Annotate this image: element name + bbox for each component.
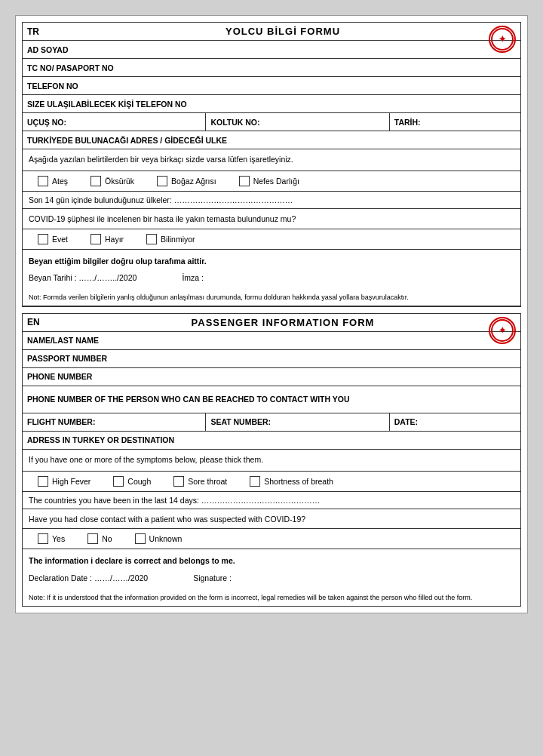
tr-section: TR YOLCU BİLGİ FORMU ✦ AD SOYAD TC NO/ P…	[22, 22, 521, 307]
tr-flight-row: UÇUŞ NO: KOLTUK NO: TARİH:	[23, 113, 520, 131]
tr-bilinmiyor-label: Bilinmiyor	[161, 235, 195, 244]
en-covid-options: Yes No Unknown	[23, 529, 520, 549]
en-symptoms-intro: If you have one or more of the symptoms …	[29, 455, 263, 464]
tr-logo: ✦	[489, 26, 516, 53]
tr-declaration-block: Beyan ettiğim bilgiler doğru olup tarafı…	[23, 250, 520, 290]
en-yes-label: Yes	[52, 534, 65, 543]
tr-nefes-checkbox[interactable]	[239, 176, 250, 186]
tr-covid-question-block: COVID-19 şüphesi ile incelenen bir hasta…	[23, 209, 520, 229]
tr-evet-item: Evet	[38, 234, 68, 244]
en-section: EN PASSENGER INFORMATION FORM ✦ NAME/LAS…	[22, 313, 521, 607]
en-countries-row: The countries you have been in the last …	[23, 492, 520, 509]
en-shortness-checkbox[interactable]	[250, 476, 260, 487]
en-passport-row: PASSPORT NUMBER	[23, 350, 520, 368]
tr-adres-cell: TURKİYEDE BULUNACAĞI ADRES / GİDECEĞİ UL…	[23, 131, 520, 149]
en-contact-row: PHONE NUMBER OF THE PERSON WHO CAN BE RE…	[23, 386, 520, 413]
tr-symptoms-intro-block: Aşağıda yazılan belirtilerden bir veya b…	[23, 149, 520, 171]
tr-bogaz-checkbox[interactable]	[157, 176, 167, 186]
en-yes-checkbox[interactable]	[38, 533, 48, 544]
tr-hayir-item: Hayır	[90, 234, 124, 244]
tr-telefon-cell: TELEFON NO	[23, 77, 520, 94]
tr-tarih-label: TARİH:	[394, 118, 421, 127]
en-declaration-text: The information i declare is correct and…	[29, 554, 514, 568]
tr-covid-options: Evet Hayır Bilinmiyor	[23, 229, 520, 250]
en-flight-label: FLIGHT NUMBER:	[27, 417, 95, 426]
en-address-cell: ADRESS IN TURKEY OR DESTINATION	[23, 432, 520, 449]
en-unknown-checkbox[interactable]	[135, 533, 146, 544]
en-seat-label: SEAT NUMBER:	[210, 417, 271, 426]
en-fever-checkbox[interactable]	[38, 476, 48, 487]
en-name-cell: NAME/LAST NAME	[23, 332, 520, 349]
tr-ulasim-label: SIZE ULAŞILABİLECEK KİŞİ TELEFON NO	[27, 100, 187, 109]
en-contact-cell: PHONE NUMBER OF THE PERSON WHO CAN BE RE…	[23, 386, 520, 413]
en-date-label: DATE:	[394, 417, 418, 426]
tr-adres-row: TURKİYEDE BULUNACAĞI ADRES / GİDECEĞİ UL…	[23, 131, 520, 149]
en-yes-item: Yes	[38, 533, 65, 544]
tr-hayir-label: Hayır	[105, 235, 124, 244]
tr-ates-checkbox[interactable]	[38, 176, 48, 186]
en-seat-cell: SEAT NUMBER:	[206, 413, 389, 431]
tr-evet-checkbox[interactable]	[38, 234, 48, 244]
tr-tc-row: TC NO/ PASAPORT NO	[23, 59, 520, 77]
tr-note-block: Not: Formda verilen bilgilerin yanlış ol…	[23, 290, 520, 306]
tr-ad-soyad-label: AD SOYAD	[27, 45, 68, 54]
en-symptom-cough: Cough	[113, 476, 151, 487]
tr-declaration-text: Beyan ettiğim bilgiler doğru olup tarafı…	[29, 254, 514, 269]
tr-hayir-checkbox[interactable]	[90, 234, 101, 244]
en-shortness-label: Shortness of breath	[264, 477, 333, 486]
en-symptoms-intro-block: If you have one or more of the symptoms …	[23, 450, 520, 472]
en-name-row: NAME/LAST NAME	[23, 332, 520, 350]
en-section-header: EN PASSENGER INFORMATION FORM ✦	[23, 314, 520, 332]
en-covid-question: Have you had close contact with a patien…	[29, 515, 305, 524]
tr-ad-soyad-cell: AD SOYAD	[23, 41, 520, 58]
tr-ulasim-cell: SIZE ULAŞILABİLECEK KİŞİ TELEFON NO	[23, 95, 520, 112]
en-cough-label: Cough	[127, 477, 151, 486]
en-address-label: ADRESS IN TURKEY OR DESTINATION	[27, 435, 174, 444]
en-date-cell: DATE:	[390, 413, 520, 431]
tr-ucus-label: UÇUŞ NO:	[27, 118, 66, 127]
tr-section-header: TR YOLCU BİLGİ FORMU ✦	[23, 23, 520, 41]
tr-note-text: Not: Formda verilen bilgilerin yanlış ol…	[29, 293, 409, 301]
en-flight-cell: FLIGHT NUMBER:	[23, 413, 206, 431]
tr-bilinmiyor-checkbox[interactable]	[146, 234, 157, 244]
tr-evet-label: Evet	[52, 235, 68, 244]
tr-ad-soyad-row: AD SOYAD	[23, 41, 520, 59]
en-symptom-shortness: Shortness of breath	[250, 476, 333, 487]
en-cough-checkbox[interactable]	[113, 476, 124, 487]
en-label: EN	[27, 317, 42, 327]
en-symptom-sorethroat: Sore throat	[173, 476, 227, 487]
tr-telefon-row: TELEFON NO	[23, 77, 520, 95]
en-symptom-checkboxes: High Fever Cough Sore throat Shortness o…	[23, 472, 520, 492]
en-sorethroat-label: Sore throat	[188, 477, 227, 486]
tr-bogaz-label: Boğaz Ağrısı	[171, 177, 216, 186]
en-logo: ✦	[489, 317, 516, 344]
en-phone-row: PHONE NUMBER	[23, 368, 520, 386]
en-signature-label: Signature :	[193, 571, 232, 585]
en-sorethroat-checkbox[interactable]	[173, 476, 184, 487]
tr-nefes-label: Nefes Darlığı	[253, 177, 299, 186]
tr-adres-label: TURKİYEDE BULUNACAĞI ADRES / GİDECEĞİ UL…	[27, 136, 227, 145]
tr-symptom-ates: Ateş	[38, 176, 68, 186]
tr-covid-question: COVID-19 şüphesi ile incelenen bir hasta…	[29, 214, 296, 223]
en-declaration-date: Declaration Date : ……/……/2020	[29, 571, 148, 585]
en-name-label: NAME/LAST NAME	[27, 336, 99, 345]
tr-oksuruk-label: Öksürük	[105, 177, 134, 186]
tr-symptoms-intro: Aşağıda yazılan belirtilerden bir veya b…	[29, 155, 293, 164]
tr-symptom-bogaz: Boğaz Ağrısı	[157, 176, 216, 186]
en-flight-row: FLIGHT NUMBER: SEAT NUMBER: DATE:	[23, 413, 520, 432]
en-passport-cell: PASSPORT NUMBER	[23, 350, 520, 367]
en-note-block: Note: If it is understood that the infor…	[23, 590, 520, 606]
en-passport-label: PASSPORT NUMBER	[27, 354, 107, 363]
en-contact-label: PHONE NUMBER OF THE PERSON WHO CAN BE RE…	[27, 394, 350, 405]
tr-telefon-label: TELEFON NO	[27, 81, 78, 91]
tr-label: TR	[27, 26, 42, 37]
tr-symptom-checkboxes: Ateş Öksürük Boğaz Ağrısı Nefes Darlığı	[23, 171, 520, 192]
tr-symptom-oksuruk: Öksürük	[90, 176, 134, 186]
en-no-label: No	[102, 534, 112, 543]
tr-oksuruk-checkbox[interactable]	[90, 176, 101, 186]
en-unknown-label: Unknown	[149, 534, 183, 543]
tr-imza-label: İmza :	[182, 271, 204, 285]
en-no-checkbox[interactable]	[87, 533, 98, 544]
tr-title: YOLCU BİLGİ FORMU	[50, 26, 516, 37]
en-no-item: No	[87, 533, 112, 544]
